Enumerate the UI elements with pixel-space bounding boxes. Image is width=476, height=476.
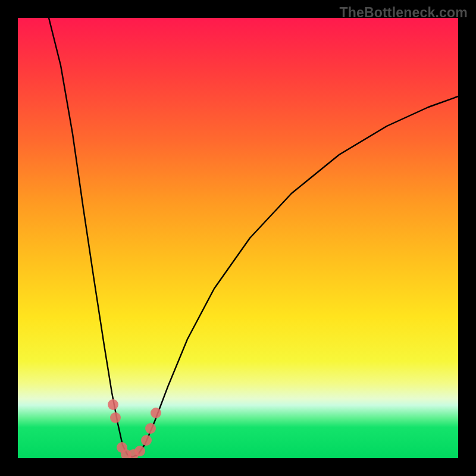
valley-marker	[151, 408, 161, 418]
bottleneck-curve	[49, 18, 458, 457]
watermark-text: TheBottleneck.com	[339, 5, 468, 21]
valley-marker	[108, 399, 118, 410]
valley-marker	[134, 446, 145, 456]
valley-marker	[128, 449, 139, 458]
chart-plot-area	[18, 18, 458, 458]
valley-marker	[117, 442, 127, 453]
valley-marker	[141, 435, 152, 446]
curve-group	[49, 18, 458, 457]
valley-marker	[110, 412, 121, 423]
chart-svg	[18, 18, 458, 458]
valley-marker	[121, 449, 131, 458]
marker-group	[108, 399, 161, 458]
valley-marker	[145, 423, 156, 434]
